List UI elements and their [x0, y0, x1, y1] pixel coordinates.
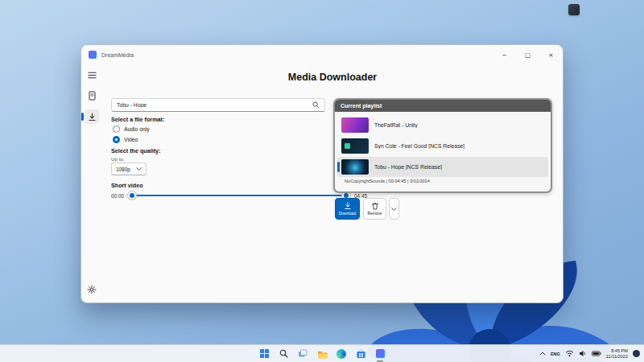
- playlist-item-title: TheFatRat - Unity: [374, 122, 418, 128]
- maximize-button[interactable]: □: [516, 45, 539, 64]
- trim-range-slider[interactable]: [129, 191, 349, 200]
- edge-browser-button[interactable]: [335, 348, 348, 360]
- app-icon: [89, 51, 97, 59]
- radio-circle-checked[interactable]: [113, 136, 120, 143]
- more-actions-button[interactable]: [389, 198, 399, 220]
- start-button[interactable]: [258, 348, 270, 360]
- format-section-label: Select a file format:: [111, 116, 164, 123]
- battery-icon[interactable]: [592, 351, 601, 356]
- remove-button[interactable]: Remove: [363, 198, 386, 220]
- playlist-item-title: Syn Cole - Feel Good [NCS Release]: [374, 143, 464, 149]
- taskbar-center-icons: [258, 345, 386, 362]
- close-button[interactable]: ×: [539, 45, 563, 64]
- playlist-body: TheFatRat - Unity Syn Cole - Feel Good […: [335, 112, 551, 183]
- download-icon: [344, 202, 352, 210]
- app-window: DreamMedia ─ □ ×: [80, 44, 564, 303]
- remove-button-label: Remove: [368, 212, 382, 216]
- taskbar-search-button[interactable]: [277, 348, 290, 360]
- download-button-label: Download: [339, 212, 356, 216]
- gear-icon: [87, 285, 97, 294]
- quality-up-to-label: Up to:: [111, 156, 125, 162]
- dreammedia-app-icon: [376, 349, 385, 358]
- volume-icon[interactable]: [579, 350, 587, 357]
- hamburger-icon: [88, 72, 97, 79]
- menu-button[interactable]: [85, 68, 99, 82]
- file-explorer-button[interactable]: [316, 348, 328, 360]
- download-button[interactable]: Download: [335, 198, 360, 220]
- slider-track[interactable]: [130, 195, 348, 196]
- quality-dropdown-value: 1080p: [116, 167, 130, 172]
- radio-audio-only[interactable]: Audio only: [113, 125, 150, 133]
- edge-icon: [336, 349, 346, 359]
- windows-logo-icon: [260, 349, 269, 358]
- chevron-down-icon: [391, 207, 397, 212]
- microsoft-store-button[interactable]: [354, 348, 367, 360]
- sidebar-item-downloader[interactable]: [85, 109, 99, 124]
- search-icon[interactable]: [312, 101, 320, 109]
- playlist-item-selected[interactable]: Tobu - Hope [NCS Release]: [337, 157, 548, 177]
- title-bar[interactable]: DreamMedia ─ □ ×: [81, 45, 563, 64]
- window-controls: ─ □ ×: [493, 45, 563, 64]
- tray-chevron-up-icon[interactable]: [539, 351, 546, 356]
- document-icon: [88, 91, 97, 101]
- trim-slider-row: 00:00 04:45: [111, 191, 367, 200]
- task-view-button[interactable]: [296, 348, 309, 360]
- tray-date: 11/11/2022: [606, 354, 628, 360]
- playlist-panel: Current playlist TheFatRat - Unity Syn C…: [333, 98, 552, 193]
- trim-start-label: 00:00: [111, 193, 124, 199]
- search-box[interactable]: [111, 98, 325, 112]
- app-title: DreamMedia: [101, 52, 134, 58]
- sidebar: [81, 64, 102, 302]
- desktop-shortcut-icon[interactable]: [568, 4, 580, 15]
- taskbar: ENG 8:45 PM 11/11/2022: [0, 344, 644, 362]
- playlist-item[interactable]: TheFatRat - Unity: [337, 115, 548, 135]
- slider-handle-start[interactable]: [128, 191, 136, 200]
- language-indicator[interactable]: ENG: [551, 352, 560, 356]
- main-content: Media Downloader Select a file format: A…: [102, 64, 563, 302]
- wifi-icon[interactable]: [565, 350, 574, 357]
- page-title: Media Downloader: [102, 72, 563, 83]
- task-view-icon: [298, 349, 308, 358]
- video-thumbnail: [341, 138, 369, 154]
- radio-circle-unchecked[interactable]: [113, 125, 120, 133]
- quality-dropdown[interactable]: 1080p: [111, 162, 147, 175]
- file-explorer-icon: [317, 349, 328, 359]
- playlist-header: Current playlist: [335, 100, 551, 112]
- trim-section-label: Short video: [111, 182, 143, 189]
- playlist-item-meta: NoCopyrightSounds | 00:04:45 | 3/31/2014: [337, 178, 548, 183]
- minimize-button[interactable]: ─: [493, 45, 516, 64]
- search-icon: [279, 349, 288, 358]
- playlist-item-title: Tobu - Hope [NCS Release]: [374, 164, 442, 170]
- store-icon: [356, 349, 366, 359]
- radio-audio-label: Audio only: [124, 126, 150, 132]
- radio-video[interactable]: Video: [113, 136, 138, 143]
- taskbar-app-dreammedia[interactable]: [374, 348, 386, 360]
- chevron-down-icon: [136, 167, 142, 171]
- taskbar-clock[interactable]: 8:45 PM 11/11/2022: [606, 348, 628, 359]
- search-input[interactable]: [117, 102, 312, 108]
- sidebar-item-media[interactable]: [85, 88, 99, 103]
- settings-button[interactable]: [85, 282, 99, 297]
- playlist-item[interactable]: Syn Cole - Feel Good [NCS Release]: [337, 136, 548, 156]
- video-thumbnail: [341, 117, 369, 133]
- system-tray: ENG 8:45 PM 11/11/2022: [539, 345, 640, 362]
- quality-section-label: Select the quality:: [111, 147, 161, 154]
- download-icon: [88, 113, 97, 121]
- notification-badge[interactable]: [633, 350, 640, 357]
- radio-video-label: Video: [124, 137, 138, 142]
- trash-icon: [371, 202, 379, 210]
- video-thumbnail: [341, 159, 369, 175]
